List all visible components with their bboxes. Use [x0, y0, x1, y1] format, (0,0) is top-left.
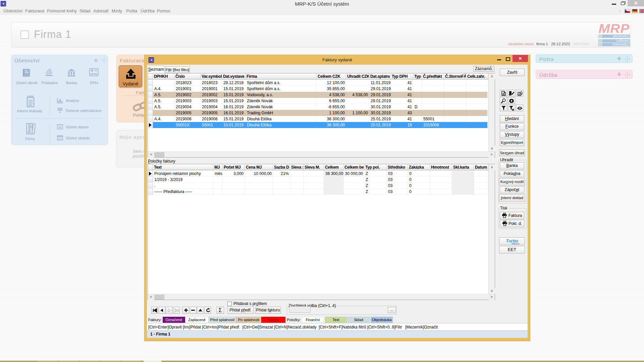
svg-text:02: 02: [58, 126, 62, 129]
